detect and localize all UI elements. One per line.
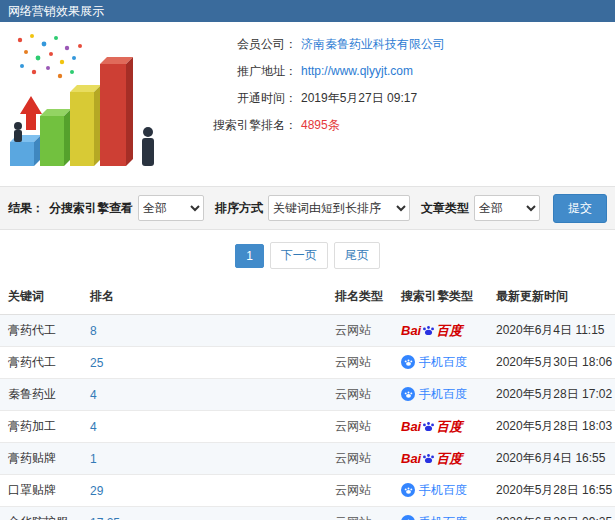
pagination: 1 下一页 尾页 — [0, 242, 615, 269]
growth-chart-clipart — [4, 30, 174, 172]
paw-icon — [422, 420, 435, 433]
keyword-cell: 膏药贴牌 — [0, 443, 82, 475]
mobile-baidu-label: 手机百度 — [419, 483, 467, 497]
page-current[interactable]: 1 — [235, 244, 264, 268]
table-row: 秦鲁药业4云网站手机百度2020年5月28日 17:02 — [0, 379, 615, 411]
keyword-cell: 口罩贴牌 — [0, 475, 82, 507]
baidu-logo-text: Bai — [401, 452, 421, 465]
engine-cell: Bai百度 — [393, 315, 488, 347]
updated-cell: 2020年5月28日 18:03 — [488, 411, 615, 443]
keyword-rank-table: 关键词排名排名类型搜索引擎类型最新更新时间 膏药代工8云网站Bai百度2020年… — [0, 279, 615, 520]
rank-type-cell: 云网站 — [327, 443, 393, 475]
rank-link[interactable]: 8 — [90, 324, 97, 338]
page-next-button[interactable]: 下一页 — [270, 242, 328, 269]
mobile-baidu-logo: 手机百度 — [401, 355, 467, 369]
paw-icon — [422, 324, 435, 337]
table-row: 膏药加工4云网站Bai百度2020年5月28日 18:03 — [0, 411, 615, 443]
article-type-label: 文章类型 — [421, 200, 469, 217]
engine-cell: 手机百度 — [393, 379, 488, 411]
engine-filter-label: 分搜索引擎查看 — [49, 200, 133, 217]
mobile-baidu-logo: 手机百度 — [401, 515, 467, 520]
engine-cell: Bai百度 — [393, 443, 488, 475]
rank-type-cell: 云网站 — [327, 347, 393, 379]
company-info: 会员公司：济南秦鲁药业科技有限公司推广地址：http://www.qlyyjt.… — [185, 22, 615, 134]
mobile-baidu-logo: 手机百度 — [401, 483, 467, 497]
engine-cell: Bai百度 — [393, 411, 488, 443]
baidu-logo: Bai百度 — [401, 420, 462, 433]
table-row: 口罩贴牌29云网站手机百度2020年5月28日 16:55 — [0, 475, 615, 507]
page-last-button[interactable]: 尾页 — [334, 242, 380, 269]
mobile-baidu-icon — [401, 387, 415, 401]
page-title: 网络营销效果展示 — [8, 4, 104, 18]
mobile-baidu-label: 手机百度 — [419, 515, 467, 520]
sort-label: 排序方式 — [215, 200, 263, 217]
info-label: 会员公司： — [185, 36, 297, 53]
table-row: 膏药贴牌1云网站Bai百度2020年6月4日 16:55 — [0, 443, 615, 475]
rank-link[interactable]: 4 — [90, 420, 97, 434]
table-row: 金华防护服17,25云网站手机百度2020年6月20日 09:25 — [0, 507, 615, 520]
submit-button[interactable]: 提交 — [553, 194, 607, 223]
baidu-logo-cn: 百度 — [436, 452, 462, 465]
person-left — [14, 122, 22, 142]
keyword-cell: 秦鲁药业 — [0, 379, 82, 411]
updated-cell: 2020年5月28日 16:55 — [488, 475, 615, 507]
table-row: 膏药代工8云网站Bai百度2020年6月4日 11:15 — [0, 315, 615, 347]
baidu-logo: Bai百度 — [401, 324, 462, 337]
rank-type-cell: 云网站 — [327, 315, 393, 347]
confetti-dots — [18, 34, 82, 78]
rank-link[interactable]: 17,25 — [90, 516, 120, 520]
column-header: 搜索引擎类型 — [393, 279, 488, 315]
updated-cell: 2020年6月4日 11:15 — [488, 315, 615, 347]
engine-cell: 手机百度 — [393, 507, 488, 520]
info-row: 会员公司：济南秦鲁药业科技有限公司 — [185, 36, 615, 53]
engine-filter-select[interactable]: 全部 — [138, 195, 204, 221]
info-value[interactable]: 济南秦鲁药业科技有限公司 — [301, 36, 445, 53]
updated-cell: 2020年6月20日 09:25 — [488, 507, 615, 520]
info-row: 开通时间：2019年5月27日 09:17 — [185, 90, 615, 107]
mobile-baidu-logo: 手机百度 — [401, 387, 467, 401]
mobile-baidu-icon — [401, 515, 415, 520]
column-header: 排名类型 — [327, 279, 393, 315]
rank-type-cell: 云网站 — [327, 475, 393, 507]
bar-chart-illustration — [4, 30, 174, 172]
paw-icon — [404, 486, 413, 495]
sort-select[interactable]: 关键词由短到长排序 — [268, 195, 410, 221]
engine-cell: 手机百度 — [393, 347, 488, 379]
baidu-logo-cn: 百度 — [436, 324, 462, 337]
info-label: 搜索引擎排名： — [185, 117, 297, 134]
info-value: 2019年5月27日 09:17 — [301, 90, 417, 107]
mobile-baidu-label: 手机百度 — [419, 387, 467, 401]
info-value[interactable]: http://www.qlyyjt.com — [301, 63, 413, 80]
up-arrow — [20, 96, 42, 130]
info-row: 推广地址：http://www.qlyyjt.com — [185, 63, 615, 80]
bar-red — [100, 57, 133, 166]
mobile-baidu-icon — [401, 483, 415, 497]
baidu-logo-text: Bai — [401, 324, 421, 337]
table-row: 膏药代工25云网站手机百度2020年5月30日 18:06 — [0, 347, 615, 379]
rank-link[interactable]: 1 — [90, 452, 97, 466]
keyword-cell: 膏药代工 — [0, 315, 82, 347]
paw-icon — [404, 358, 413, 367]
rank-type-cell: 云网站 — [327, 379, 393, 411]
column-header: 排名 — [82, 279, 327, 315]
rank-link[interactable]: 29 — [90, 484, 103, 498]
updated-cell: 2020年5月28日 17:02 — [488, 379, 615, 411]
column-header: 最新更新时间 — [488, 279, 615, 315]
info-label: 开通时间： — [185, 90, 297, 107]
rank-type-cell: 云网站 — [327, 411, 393, 443]
article-type-select[interactable]: 全部 — [474, 195, 540, 221]
engine-cell: 手机百度 — [393, 475, 488, 507]
baidu-logo-text: Bai — [401, 420, 421, 433]
info-row: 搜索引擎排名：4895条 — [185, 117, 615, 134]
baidu-logo-cn: 百度 — [436, 420, 462, 433]
keyword-cell: 膏药代工 — [0, 347, 82, 379]
mobile-baidu-icon — [401, 355, 415, 369]
filter-bar: 结果： 分搜索引擎查看 全部 排序方式 关键词由短到长排序 文章类型 全部 提交 — [0, 186, 615, 230]
keyword-cell: 金华防护服 — [0, 507, 82, 520]
paw-icon — [404, 390, 413, 399]
result-label: 结果： — [8, 200, 44, 217]
updated-cell: 2020年5月30日 18:06 — [488, 347, 615, 379]
rank-link[interactable]: 4 — [90, 388, 97, 402]
rank-link[interactable]: 25 — [90, 356, 103, 370]
baidu-logo: Bai百度 — [401, 452, 462, 465]
